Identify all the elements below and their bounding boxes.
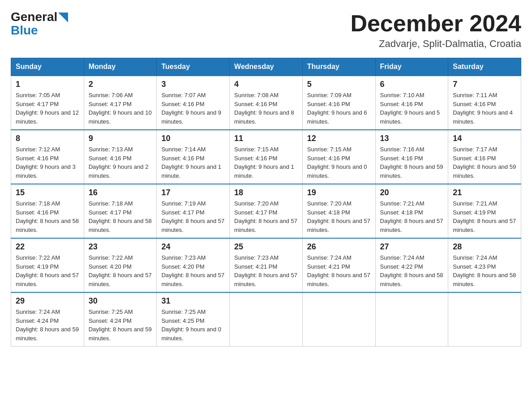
day-cell: 22Sunrise: 7:22 AMSunset: 4:19 PMDayligh… [11,238,84,292]
day-info: Sunrise: 7:11 AMSunset: 4:16 PMDaylight:… [453,91,516,126]
day-number: 9 [89,134,152,143]
day-info: Sunrise: 7:07 AMSunset: 4:16 PMDaylight:… [161,91,225,126]
day-cell: 7Sunrise: 7:11 AMSunset: 4:16 PMDaylight… [448,76,521,130]
day-cell: 20Sunrise: 7:21 AMSunset: 4:18 PMDayligh… [375,184,448,238]
day-cell [302,292,375,347]
page-header: General Blue December 2024 Zadvarje, Spl… [11,11,521,50]
week-row-2: 8Sunrise: 7:12 AMSunset: 4:16 PMDaylight… [11,130,521,184]
day-cell: 29Sunrise: 7:24 AMSunset: 4:24 PMDayligh… [11,292,84,347]
day-cell: 23Sunrise: 7:22 AMSunset: 4:20 PMDayligh… [84,238,157,292]
day-cell: 13Sunrise: 7:16 AMSunset: 4:16 PMDayligh… [375,130,448,184]
day-info: Sunrise: 7:12 AMSunset: 4:16 PMDaylight:… [16,145,79,180]
day-info: Sunrise: 7:13 AMSunset: 4:16 PMDaylight:… [89,145,152,180]
day-number: 21 [453,188,516,197]
logo-blue: Blue [11,23,38,38]
day-number: 20 [380,188,444,197]
day-info: Sunrise: 7:08 AMSunset: 4:16 PMDaylight:… [234,91,298,126]
day-cell: 15Sunrise: 7:18 AMSunset: 4:16 PMDayligh… [11,184,84,238]
col-header-wednesday: Wednesday [230,58,303,76]
day-cell: 1Sunrise: 7:05 AMSunset: 4:17 PMDaylight… [11,76,84,130]
day-info: Sunrise: 7:23 AMSunset: 4:21 PMDaylight:… [234,253,298,288]
day-cell: 28Sunrise: 7:24 AMSunset: 4:23 PMDayligh… [448,238,521,292]
day-number: 14 [453,134,516,143]
day-cell: 3Sunrise: 7:07 AMSunset: 4:16 PMDaylight… [157,76,230,130]
day-info: Sunrise: 7:14 AMSunset: 4:16 PMDaylight:… [161,145,225,180]
day-number: 25 [234,242,298,252]
day-info: Sunrise: 7:25 AMSunset: 4:24 PMDaylight:… [89,308,152,342]
day-info: Sunrise: 7:18 AMSunset: 4:16 PMDaylight:… [16,199,79,234]
day-cell [448,292,521,347]
day-number: 18 [234,188,298,197]
day-number: 1 [16,80,79,89]
day-info: Sunrise: 7:19 AMSunset: 4:17 PMDaylight:… [161,199,225,234]
day-number: 8 [16,134,79,143]
col-header-saturday: Saturday [448,58,521,76]
day-number: 15 [16,188,79,197]
day-cell: 10Sunrise: 7:14 AMSunset: 4:16 PMDayligh… [157,130,230,184]
day-number: 16 [89,188,152,197]
day-cell [230,292,303,347]
day-number: 5 [307,80,371,89]
day-cell: 16Sunrise: 7:18 AMSunset: 4:17 PMDayligh… [84,184,157,238]
logo-general: General [11,11,57,23]
day-cell: 4Sunrise: 7:08 AMSunset: 4:16 PMDaylight… [230,76,303,130]
day-info: Sunrise: 7:18 AMSunset: 4:17 PMDaylight:… [89,199,152,234]
day-cell: 24Sunrise: 7:23 AMSunset: 4:20 PMDayligh… [157,238,230,292]
day-cell: 17Sunrise: 7:19 AMSunset: 4:17 PMDayligh… [157,184,230,238]
day-info: Sunrise: 7:09 AMSunset: 4:16 PMDaylight:… [307,91,371,126]
day-info: Sunrise: 7:23 AMSunset: 4:20 PMDaylight:… [161,253,225,288]
day-cell: 27Sunrise: 7:24 AMSunset: 4:22 PMDayligh… [375,238,448,292]
day-number: 28 [453,242,516,252]
day-number: 23 [89,242,152,252]
day-cell: 21Sunrise: 7:21 AMSunset: 4:19 PMDayligh… [448,184,521,238]
day-info: Sunrise: 7:25 AMSunset: 4:25 PMDaylight:… [161,308,225,342]
day-info: Sunrise: 7:21 AMSunset: 4:18 PMDaylight:… [380,199,444,234]
day-info: Sunrise: 7:21 AMSunset: 4:19 PMDaylight:… [453,199,516,234]
day-number: 24 [161,242,225,252]
day-info: Sunrise: 7:10 AMSunset: 4:16 PMDaylight:… [380,91,444,126]
day-number: 12 [307,134,371,143]
day-info: Sunrise: 7:24 AMSunset: 4:24 PMDaylight:… [16,308,79,342]
day-info: Sunrise: 7:15 AMSunset: 4:16 PMDaylight:… [234,145,298,180]
col-header-tuesday: Tuesday [157,58,230,76]
col-header-sunday: Sunday [11,58,84,76]
day-number: 31 [161,296,225,306]
day-info: Sunrise: 7:24 AMSunset: 4:21 PMDaylight:… [307,253,371,288]
day-info: Sunrise: 7:17 AMSunset: 4:16 PMDaylight:… [453,145,516,180]
day-info: Sunrise: 7:15 AMSunset: 4:16 PMDaylight:… [307,145,371,180]
day-cell: 2Sunrise: 7:06 AMSunset: 4:17 PMDaylight… [84,76,157,130]
day-cell: 26Sunrise: 7:24 AMSunset: 4:21 PMDayligh… [302,238,375,292]
week-row-3: 15Sunrise: 7:18 AMSunset: 4:16 PMDayligh… [11,184,521,238]
day-cell: 25Sunrise: 7:23 AMSunset: 4:21 PMDayligh… [230,238,303,292]
col-header-thursday: Thursday [302,58,375,76]
day-cell: 12Sunrise: 7:15 AMSunset: 4:16 PMDayligh… [302,130,375,184]
day-cell: 8Sunrise: 7:12 AMSunset: 4:16 PMDaylight… [11,130,84,184]
logo-arrow-icon [58,13,68,22]
month-title: December 2024 [350,11,521,36]
day-number: 11 [234,134,298,143]
day-cell: 19Sunrise: 7:20 AMSunset: 4:18 PMDayligh… [302,184,375,238]
logo: General Blue [11,11,68,38]
location: Zadvarje, Split-Dalmatia, Croatia [350,38,521,50]
svg-marker-0 [58,13,68,22]
calendar-table: SundayMondayTuesdayWednesdayThursdayFrid… [11,58,521,347]
day-number: 19 [307,188,371,197]
day-number: 10 [161,134,225,143]
week-row-1: 1Sunrise: 7:05 AMSunset: 4:17 PMDaylight… [11,76,521,130]
week-row-5: 29Sunrise: 7:24 AMSunset: 4:24 PMDayligh… [11,292,521,347]
day-cell: 9Sunrise: 7:13 AMSunset: 4:16 PMDaylight… [84,130,157,184]
day-number: 7 [453,80,516,89]
day-info: Sunrise: 7:06 AMSunset: 4:17 PMDaylight:… [89,91,152,126]
day-number: 4 [234,80,298,89]
col-header-monday: Monday [84,58,157,76]
day-number: 22 [16,242,79,252]
day-cell: 31Sunrise: 7:25 AMSunset: 4:25 PMDayligh… [157,292,230,347]
day-cell: 5Sunrise: 7:09 AMSunset: 4:16 PMDaylight… [302,76,375,130]
day-number: 2 [89,80,152,89]
col-header-friday: Friday [375,58,448,76]
day-info: Sunrise: 7:20 AMSunset: 4:17 PMDaylight:… [234,199,298,234]
day-info: Sunrise: 7:22 AMSunset: 4:19 PMDaylight:… [16,253,79,288]
day-cell: 11Sunrise: 7:15 AMSunset: 4:16 PMDayligh… [230,130,303,184]
day-cell: 6Sunrise: 7:10 AMSunset: 4:16 PMDaylight… [375,76,448,130]
title-block: December 2024 Zadvarje, Split-Dalmatia, … [350,11,521,50]
